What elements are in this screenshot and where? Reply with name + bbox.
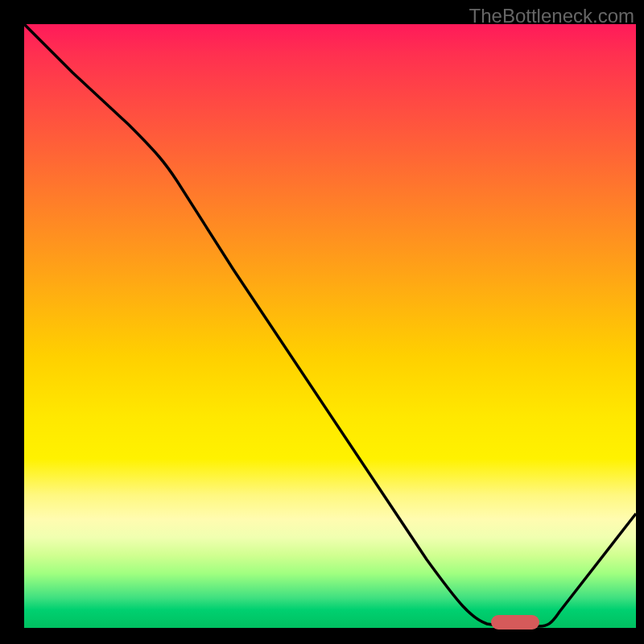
- bottleneck-curve: [24, 24, 636, 628]
- curve-path: [24, 24, 636, 626]
- optimal-range-marker: [491, 615, 539, 630]
- watermark-text: TheBottleneck.com: [469, 5, 634, 27]
